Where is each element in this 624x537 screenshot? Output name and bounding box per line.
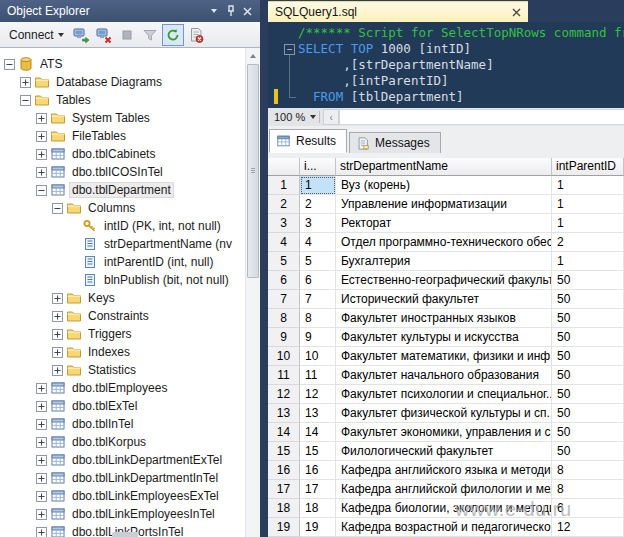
refresh-button[interactable] <box>162 24 184 46</box>
grid-cell[interactable]: Отдел программно-технического обес... <box>336 233 552 252</box>
grid-cell[interactable]: 13 <box>300 404 336 423</box>
grid-cell[interactable]: 50 <box>552 423 624 442</box>
grid-column-header[interactable]: intParentID <box>552 158 624 176</box>
object-explorer-horizontal-scrollbar-thumb[interactable] <box>112 532 138 537</box>
window-position-icon[interactable] <box>206 4 221 18</box>
expand-icon[interactable] <box>36 437 47 448</box>
grid-row-header[interactable]: 10 <box>268 347 300 366</box>
tab-results[interactable]: Results <box>269 129 347 153</box>
tree-item[interactable]: FileTables <box>0 127 246 145</box>
tree-item[interactable]: intParentID (int, null) <box>0 253 246 271</box>
zoom-level[interactable]: 100 % <box>268 111 310 123</box>
tree-item[interactable]: System Tables <box>0 109 246 127</box>
grid-column-header[interactable]: strDepartmentName <box>336 158 552 176</box>
grid-row-header[interactable]: 15 <box>268 442 300 461</box>
grid-cell[interactable]: 15 <box>300 442 336 461</box>
tab-messages[interactable]: Messages <box>349 132 441 153</box>
object-explorer-vertical-scrollbar[interactable] <box>245 48 260 537</box>
expand-icon[interactable] <box>52 365 63 376</box>
grid-cell[interactable]: 8 <box>300 309 336 328</box>
expand-icon[interactable] <box>20 77 31 88</box>
grid-row-header[interactable]: 6 <box>268 271 300 290</box>
tree-item[interactable]: blnPublish (bit, not null) <box>0 271 246 289</box>
grid-cell[interactable]: Факультет математики, физики и инф... <box>336 347 552 366</box>
expand-icon[interactable] <box>36 527 47 537</box>
grid-cell[interactable]: Факультет культуры и искусства <box>336 328 552 347</box>
grid-cell[interactable]: 14 <box>300 423 336 442</box>
grid-cell[interactable]: 50 <box>552 290 624 309</box>
grid-row-header[interactable]: 16 <box>268 461 300 480</box>
tree-item[interactable]: dbo.tblExTel <box>0 397 246 415</box>
tree-item[interactable]: dbo.tblLinkEmployeesInTel <box>0 505 246 523</box>
grid-corner-header[interactable] <box>268 158 300 176</box>
grid-cell[interactable]: 50 <box>552 347 624 366</box>
grid-cell[interactable]: 50 <box>552 385 624 404</box>
connect-server-button[interactable] <box>70 24 92 46</box>
grid-cell[interactable]: Кафедра английской филологии и меж... <box>336 480 552 499</box>
grid-cell[interactable]: 12 <box>300 385 336 404</box>
code-fold-collapse-icon[interactable]: − <box>284 44 295 55</box>
grid-cell[interactable]: 50 <box>552 309 624 328</box>
tree-item[interactable]: Constraints <box>0 307 246 325</box>
expand-icon[interactable] <box>36 167 47 178</box>
expand-icon[interactable] <box>36 401 47 412</box>
grid-cell[interactable]: 1 <box>300 176 336 195</box>
grid-cell[interactable]: 7 <box>300 290 336 309</box>
expand-icon[interactable] <box>52 311 63 322</box>
expand-icon[interactable] <box>36 149 47 160</box>
expand-icon[interactable] <box>36 473 47 484</box>
scroll-left-icon[interactable]: ‹ <box>323 109 339 125</box>
grid-cell[interactable]: Естественно-географический факультет <box>336 271 552 290</box>
tree-item[interactable]: dbo.tblLinkEmployeesExTel <box>0 487 246 505</box>
grid-cell[interactable]: 1 <box>552 214 624 233</box>
grid-row-header[interactable]: 17 <box>268 480 300 499</box>
tab-close-icon[interactable] <box>512 8 521 17</box>
grid-cell[interactable]: Управление информатизации <box>336 195 552 214</box>
grid-cell[interactable]: 50 <box>552 328 624 347</box>
scrollbar-thumb[interactable] <box>247 64 259 278</box>
tree-item[interactable]: Statistics <box>0 361 246 379</box>
tree-item[interactable]: dbo.tblCabinets <box>0 145 246 163</box>
grid-row-header[interactable]: 5 <box>268 252 300 271</box>
grid-cell[interactable]: 17 <box>300 480 336 499</box>
collapse-icon[interactable] <box>4 59 15 70</box>
zoom-dropdown-icon[interactable] <box>310 115 316 119</box>
tree-item[interactable]: dbo.tblICOSInTel <box>0 163 246 181</box>
scroll-up-icon[interactable] <box>246 48 260 63</box>
tree-item[interactable]: dbo.tblLinkDepartmentInTel <box>0 469 246 487</box>
query-document-tab[interactable]: SQLQuery1.sql <box>268 1 528 22</box>
grid-cell[interactable]: 8 <box>552 461 624 480</box>
grid-cell[interactable]: 6 <box>300 271 336 290</box>
grid-cell[interactable]: Факультет физической культуры и сп... <box>336 404 552 423</box>
grid-cell[interactable]: 50 <box>552 404 624 423</box>
grid-cell[interactable]: 12 <box>552 518 624 537</box>
grid-row-header[interactable]: 19 <box>268 518 300 537</box>
grid-cell[interactable]: Ректорат <box>336 214 552 233</box>
grid-cell[interactable]: Кафедра возрастной и педагогическо... <box>336 518 552 537</box>
tree-item[interactable]: dbo.tblLinkDepartmentExTel <box>0 451 246 469</box>
editor-horizontal-scrollbar[interactable] <box>339 109 624 125</box>
expand-icon[interactable] <box>36 113 47 124</box>
grid-row-header[interactable]: 13 <box>268 404 300 423</box>
tree-item[interactable]: Tables <box>0 91 246 109</box>
grid-cell[interactable]: Факультет психологии и специальног... <box>336 385 552 404</box>
grid-cell[interactable]: Факультет начального образования <box>336 366 552 385</box>
close-icon[interactable] <box>240 4 255 18</box>
grid-cell[interactable]: 2 <box>300 195 336 214</box>
tree-item[interactable]: intID (PK, int, not null) <box>0 217 246 235</box>
script-error-button[interactable] <box>185 24 207 46</box>
grid-cell[interactable]: Филологический факультет <box>336 442 552 461</box>
grid-row-header[interactable]: 4 <box>268 233 300 252</box>
grid-row-header[interactable]: 9 <box>268 328 300 347</box>
grid-cell[interactable]: 1 <box>552 252 624 271</box>
grid-cell[interactable]: 10 <box>300 347 336 366</box>
collapse-icon[interactable] <box>52 203 63 214</box>
expand-icon[interactable] <box>36 419 47 430</box>
grid-cell[interactable]: 50 <box>552 271 624 290</box>
tree-item[interactable]: Triggers <box>0 325 246 343</box>
grid-cell[interactable]: 18 <box>300 499 336 518</box>
grid-row-header[interactable]: 2 <box>268 195 300 214</box>
sql-editor[interactable]: − /****** Script for SelectTopNRows comm… <box>268 22 624 108</box>
grid-cell[interactable]: 19 <box>300 518 336 537</box>
expand-icon[interactable] <box>36 491 47 502</box>
